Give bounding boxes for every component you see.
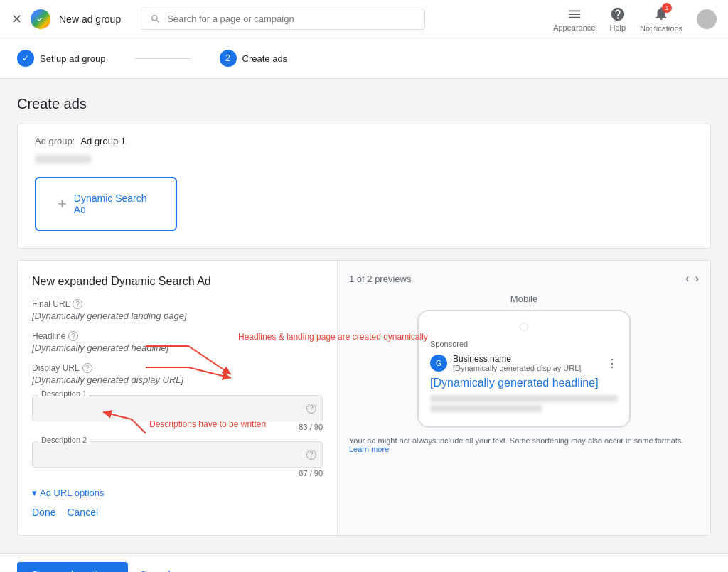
expanded-section-title: New expanded Dynamic Search Ad bbox=[32, 275, 323, 288]
ad-url-options[interactable]: ▾ Ad URL options bbox=[32, 487, 323, 498]
notification-badge: 1 bbox=[662, 3, 672, 13]
description1-charcount: 83 / 90 bbox=[32, 423, 323, 431]
dsa-button[interactable]: + Dynamic Search Ad bbox=[35, 177, 177, 231]
done-cancel-row: Done Cancel bbox=[32, 498, 323, 521]
preview-counter: 1 of 2 previews bbox=[349, 274, 411, 284]
three-dots-icon[interactable]: ⋮ bbox=[606, 357, 618, 370]
nav-actions: Appearance Help 1 Notifications bbox=[553, 6, 717, 33]
description2-field: Description 2 ? 87 / 90 bbox=[32, 441, 323, 477]
preview-note: Your ad might not always include all you… bbox=[349, 436, 699, 453]
description2-input[interactable] bbox=[33, 442, 322, 467]
chevron-down-icon: ▾ bbox=[32, 487, 37, 498]
step-1-check-icon: ✓ bbox=[22, 53, 29, 63]
preview-header: 1 of 2 previews ‹ › bbox=[349, 272, 699, 285]
main-content: Create ads Ad group: Ad group 1 + Dynami… bbox=[0, 79, 728, 553]
description2-wrapper: Description 2 ? bbox=[32, 441, 323, 468]
step-2-circle: 2 bbox=[220, 50, 237, 67]
preview-desc-blur-1 bbox=[430, 395, 618, 402]
preview-desc-blur-2 bbox=[430, 405, 542, 412]
ad-group-row: Ad group: Ad group 1 bbox=[35, 136, 693, 146]
ad-group-title: New ad group bbox=[59, 14, 121, 25]
display-url-label: Display URL ? bbox=[32, 363, 323, 373]
display-url-field: Display URL ? [Dynamically generated dis… bbox=[32, 363, 323, 385]
left-panel-inner: New expanded Dynamic Search Ad Final URL… bbox=[32, 275, 323, 521]
ad-group-card: Ad group: Ad group 1 + Dynamic Search Ad bbox=[17, 124, 711, 249]
description2-info-icon[interactable]: ? bbox=[306, 450, 316, 460]
bottom-bar: Save and continue Cancel bbox=[0, 553, 728, 572]
right-panel: 1 of 2 previews ‹ › Mobile Sponsored G B… bbox=[338, 261, 710, 535]
save-continue-button[interactable]: Save and continue bbox=[17, 562, 128, 572]
preview-mobile-label: Mobile bbox=[349, 293, 699, 304]
business-url: [Dynamically generated display URL] bbox=[453, 364, 601, 372]
final-url-field: Final URL ? [Dynamically generated landi… bbox=[32, 299, 323, 321]
preview-headline: [Dynamically generated headline] bbox=[430, 377, 618, 389]
headline-label: Headline ? bbox=[32, 331, 323, 341]
appearance-icon bbox=[567, 6, 582, 22]
page-title: Create ads bbox=[17, 96, 711, 112]
business-avatar: G bbox=[430, 355, 447, 372]
headline-field: Headline ? [Dynamically generated headli… bbox=[32, 331, 323, 353]
search-input[interactable] bbox=[167, 14, 416, 24]
close-button[interactable]: ✕ bbox=[11, 11, 22, 27]
ad-group-name: Ad group 1 bbox=[80, 136, 126, 146]
appearance-button[interactable]: Appearance bbox=[553, 6, 595, 32]
step-2: 2 Create ads bbox=[220, 50, 288, 67]
step-connector bbox=[134, 58, 191, 59]
expanded-dsa-section: New expanded Dynamic Search Ad Final URL… bbox=[17, 260, 711, 536]
display-url-value: [Dynamically generated display URL] bbox=[32, 374, 323, 385]
done-button[interactable]: Done bbox=[32, 507, 55, 518]
google-logo bbox=[31, 9, 50, 29]
headline-value: [Dynamically generated headline] bbox=[32, 342, 323, 353]
ad-url-options-label: Ad URL options bbox=[40, 487, 105, 498]
phone-mockup: Sponsored G Business name [Dynamically g… bbox=[417, 310, 631, 428]
preview-next-button[interactable]: › bbox=[695, 272, 699, 285]
dsa-button-label: Dynamic Search Ad bbox=[74, 193, 154, 215]
step-1-circle: ✓ bbox=[17, 50, 34, 67]
step-1: ✓ Set up ad group bbox=[17, 50, 106, 67]
user-avatar[interactable] bbox=[697, 9, 717, 29]
description1-field: Description 1 ? 83 / 90 bbox=[32, 395, 323, 431]
description1-info-icon[interactable]: ? bbox=[306, 404, 316, 414]
learn-more-link[interactable]: Learn more bbox=[349, 445, 389, 453]
final-url-value: [Dynamically generated landing page] bbox=[32, 311, 323, 321]
step-2-label: Create ads bbox=[242, 53, 288, 64]
preview-prev-button[interactable]: ‹ bbox=[685, 272, 689, 285]
steps-bar: ✓ Set up ad group 2 Create ads bbox=[0, 38, 728, 79]
plus-icon: + bbox=[58, 195, 67, 213]
description1-wrapper: Description 1 ? bbox=[32, 395, 323, 421]
cancel-link-button[interactable]: Cancel bbox=[67, 507, 98, 518]
step-1-label: Set up ad group bbox=[40, 53, 106, 64]
phone-top bbox=[430, 323, 618, 331]
final-url-info-icon[interactable]: ? bbox=[73, 299, 82, 309]
ad-group-label: Ad group: bbox=[35, 136, 75, 146]
left-panel: New expanded Dynamic Search Ad Final URL… bbox=[18, 261, 338, 535]
business-name: Business name bbox=[453, 354, 601, 364]
sponsored-label: Sponsored bbox=[430, 340, 618, 348]
business-info: Business name [Dynamically generated dis… bbox=[453, 354, 601, 372]
description1-fieldset-label: Description 1 bbox=[38, 389, 90, 398]
business-row: G Business name [Dynamically generated d… bbox=[430, 354, 618, 372]
help-button[interactable]: Help bbox=[609, 6, 626, 32]
description2-charcount: 87 / 90 bbox=[32, 469, 323, 477]
cancel-button[interactable]: Cancel bbox=[139, 569, 171, 572]
description2-fieldset-label: Description 2 bbox=[38, 436, 90, 444]
notifications-button[interactable]: 1 Notifications bbox=[640, 6, 682, 33]
phone-camera-dot bbox=[520, 323, 528, 331]
final-url-label: Final URL ? bbox=[32, 299, 323, 309]
top-nav: ✕ New ad group Appearance Help bbox=[0, 0, 728, 38]
blur-placeholder-1 bbox=[35, 155, 92, 163]
search-icon bbox=[150, 14, 161, 25]
description1-input[interactable] bbox=[33, 396, 322, 421]
display-url-info-icon[interactable]: ? bbox=[82, 363, 92, 373]
preview-nav: ‹ › bbox=[685, 272, 699, 285]
headline-info-icon[interactable]: ? bbox=[68, 331, 78, 341]
search-bar[interactable] bbox=[141, 9, 425, 30]
help-icon bbox=[610, 6, 626, 22]
